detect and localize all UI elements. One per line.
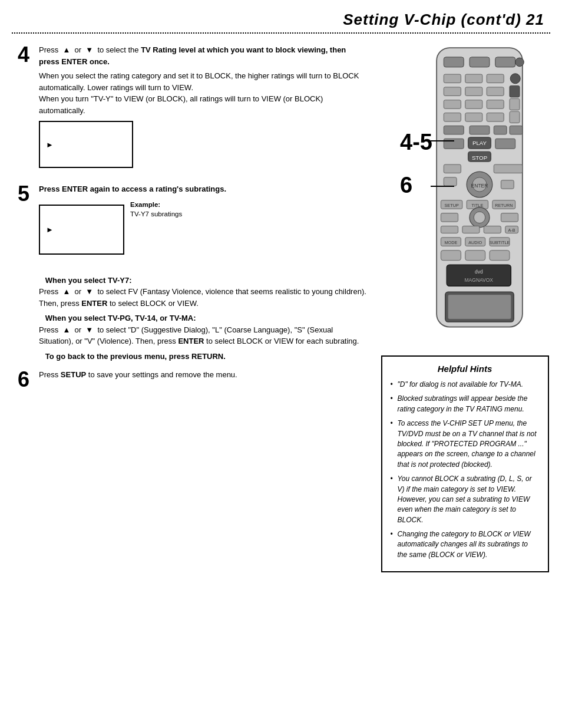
svg-rect-51 [484,226,501,233]
svg-rect-60 [441,251,461,261]
svg-text:SETUP: SETUP [445,203,459,208]
svg-rect-13 [510,85,520,97]
svg-rect-38 [501,180,514,189]
step-4-screen: ► [39,121,133,168]
step-5-content: Press ENTER again to access a rating's s… [39,183,368,264]
svg-rect-14 [444,100,461,109]
svg-rect-7 [487,74,504,83]
svg-rect-49 [441,226,458,233]
step-5-example-area: ► Example: TV-Y7 subratings [39,200,368,259]
svg-rect-22 [444,126,464,134]
svg-text:PLAY: PLAY [472,140,487,146]
svg-rect-24 [494,126,507,134]
remote-step-label-6: 6 [400,173,412,198]
svg-rect-9 [444,87,461,96]
helpful-hints-title: Helpful Hints [391,364,540,374]
hint-3: To access the V-CHIP SET UP menu, the TV… [391,419,540,470]
svg-point-46 [474,212,485,223]
svg-rect-34 [444,177,457,186]
svg-rect-61 [465,251,485,261]
left-column: 4 Press ▲ or ▼ to select the TV Rating l… [18,44,368,572]
svg-rect-17 [510,98,520,110]
go-back-section: To go back to the previous menu, press R… [39,351,368,363]
svg-point-4 [515,58,524,67]
svg-rect-1 [444,57,464,67]
step-5-screen: ► [39,205,124,255]
svg-rect-29 [495,139,515,149]
svg-rect-20 [487,113,504,122]
helpful-hints-box: Helpful Hints "D" for dialog is not avai… [381,355,549,572]
svg-rect-2 [470,57,490,67]
hint-5: Changing the category to BLOCK or VIEW a… [391,529,540,560]
svg-rect-16 [487,100,504,109]
svg-text:A-B: A-B [508,228,515,233]
step-4-content: Press ▲ or ▼ to select the TV Rating lev… [39,44,368,173]
step-5: 5 Press ENTER again to access a rating's… [18,183,368,264]
when-tvpg-section: When you select TV-PG, TV-14, or TV-MA: … [39,312,368,347]
svg-point-8 [510,74,520,84]
step-4: 4 Press ▲ or ▼ to select the TV Rating l… [18,44,368,173]
svg-rect-6 [465,74,482,83]
svg-text:dvd: dvd [475,269,483,275]
remote-step-line-6 [431,186,454,187]
step-5-label: Example: TV-Y7 subratings [130,200,182,219]
hint-1: "D" for dialog is not available for TV-M… [391,380,540,390]
step-4-number: 4 [18,44,33,173]
remote-step-label-45: 4-5 [400,130,432,155]
svg-text:MAGNAVOX: MAGNAVOX [465,277,494,283]
svg-rect-18 [444,113,461,122]
svg-text:MODE: MODE [445,240,458,245]
svg-rect-48 [501,213,518,222]
svg-text:ENTER: ENTER [471,183,488,189]
svg-rect-23 [470,126,490,134]
svg-text:STOP: STOP [472,154,487,161]
svg-rect-62 [490,251,510,261]
svg-rect-25 [510,126,523,134]
svg-rect-33 [494,164,523,173]
step-6-number: 6 [18,369,33,390]
svg-rect-21 [510,111,520,123]
svg-rect-3 [495,57,515,67]
hint-2: Blocked subratings will appear beside th… [391,394,540,414]
svg-rect-50 [462,226,480,233]
when-tvy7-section: When you select TV-Y7: Press ▲ or ▼ to s… [39,275,368,309]
remote-svg: CH [429,44,530,345]
right-column: 4-5 6 CH [379,44,550,572]
step-6-content: Press SETUP to save your settings and re… [39,369,368,390]
helpful-hints-list: "D" for dialog is not available for TV-M… [391,380,540,560]
page-title: Setting V-Chip (cont'd) 21 [343,11,544,28]
svg-rect-19 [465,113,482,122]
step-4-instruction: Press ▲ or ▼ to select the TV Rating lev… [39,44,368,67]
step-5-instruction: Press ENTER again to access a rating's s… [39,183,368,195]
remote-step-line-45 [431,140,454,141]
svg-text:SUBTITLE: SUBTITLE [490,240,510,245]
hint-4: You cannot BLOCK a subrating (D, L, S, o… [391,474,540,525]
step-6: 6 Press SETUP to save your settings and … [18,369,368,390]
svg-rect-5 [444,74,461,83]
svg-rect-47 [441,213,458,222]
step-6-instruction: Press SETUP to save your settings and re… [39,369,368,381]
svg-rect-67 [448,295,511,319]
svg-rect-11 [487,87,504,96]
svg-text:AUDIO: AUDIO [468,240,482,245]
step-4-body: When you select the rating category and … [39,70,368,116]
svg-text:RETURN: RETURN [495,203,513,208]
svg-rect-15 [465,100,482,109]
svg-text:TITLE: TITLE [471,203,483,208]
remote-control: 4-5 6 CH [394,44,535,345]
page-header: Setting V-Chip (cont'd) 21 [0,0,562,34]
svg-rect-32 [444,164,461,173]
step-5-number: 5 [18,183,33,264]
main-content: 4 Press ▲ or ▼ to select the TV Rating l… [0,34,562,584]
svg-rect-10 [465,87,482,96]
